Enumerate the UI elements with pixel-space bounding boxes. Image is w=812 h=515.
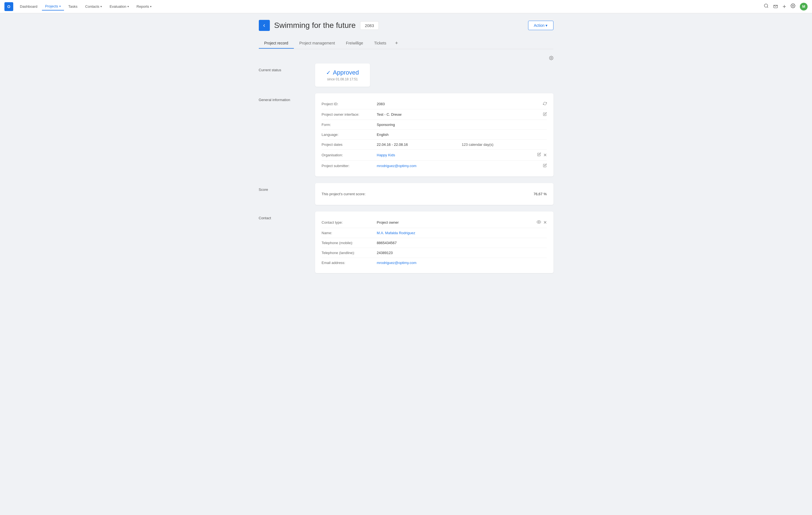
score-description: This project's current score:: [322, 192, 366, 196]
close-icon[interactable]: ✕: [543, 220, 547, 225]
info-row-submitter: Project submitter: mrodriguez@optimy.com: [322, 161, 547, 171]
general-info-content: Project ID: 2083 Project owner interface…: [315, 93, 553, 177]
info-row-owner-interface: Project owner interface: Test - C. Dreuw: [322, 109, 547, 120]
general-info-section: General information Project ID: 2083 Pro…: [259, 93, 553, 177]
score-row: This project's current score: 76,67 %: [322, 189, 547, 199]
chevron-down-icon: ▾: [59, 5, 61, 8]
edit-icon[interactable]: [537, 153, 541, 158]
edit-icon[interactable]: [543, 112, 547, 117]
action-button[interactable]: Action ▾: [528, 21, 553, 30]
status-card: ✓ Approved since 01.08.18 17:51: [315, 63, 370, 87]
navbar: O Dashboard Projects ▾ Tasks Contacts ▾ …: [0, 0, 812, 13]
tab-freiwillige[interactable]: Freiwillige: [341, 38, 369, 49]
nav-contacts[interactable]: Contacts ▾: [82, 3, 105, 10]
add-icon[interactable]: +: [782, 4, 786, 10]
nav-evaluation[interactable]: Evaluation ▾: [106, 3, 132, 10]
edit-icon[interactable]: [543, 163, 547, 168]
chevron-down-icon: ▾: [150, 5, 151, 8]
status-approved: ✓ Approved: [326, 69, 359, 76]
general-info-label: General information: [259, 93, 309, 177]
contact-section: Contact Contact type: Project owner ✕: [259, 212, 553, 273]
refresh-icon[interactable]: [543, 102, 547, 106]
info-row-project-id: Project ID: 2083: [322, 99, 547, 109]
svg-point-0: [764, 4, 767, 7]
nav-reports[interactable]: Reports ▾: [133, 3, 155, 10]
general-info-card: Project ID: 2083 Project owner interface…: [315, 93, 553, 177]
chevron-down-icon: ▾: [127, 5, 129, 8]
checkmark-icon: ✓: [326, 69, 331, 76]
main-content: ‹ Swimming for the future 2083 Action ▾ …: [254, 13, 558, 287]
page-title: Swimming for the future: [274, 21, 356, 30]
nav-dashboard[interactable]: Dashboard: [17, 3, 41, 10]
tabs: Project record Project management Freiwi…: [259, 37, 553, 49]
app-logo[interactable]: O: [4, 2, 13, 11]
view-icon[interactable]: [536, 220, 541, 225]
svg-line-1: [767, 7, 768, 7]
info-row-email: Email address: mrodriguez@optimy.com: [322, 258, 547, 268]
current-status-content: ✓ Approved since 01.08.18 17:51: [315, 63, 553, 87]
info-row-project-dates: Project dates 22.04.16 - 22.08.16 123 ca…: [322, 140, 547, 150]
chevron-down-icon: ▾: [100, 5, 102, 8]
tab-project-management[interactable]: Project management: [294, 38, 341, 49]
info-row-form: Form: Sponsoring: [322, 120, 547, 130]
gear-icon[interactable]: [549, 56, 553, 61]
info-row-tel-mobile: Telephone (mobile): 8865434567: [322, 238, 547, 248]
current-status-section: Current status ✓ Approved since 01.08.18…: [259, 63, 553, 87]
project-dates-extra: 123 calendar day(s): [462, 142, 547, 146]
page-header: ‹ Swimming for the future 2083 Action ▾: [259, 20, 553, 31]
svg-point-3: [551, 57, 552, 58]
tab-project-record[interactable]: Project record: [259, 38, 294, 49]
settings-icon[interactable]: [790, 3, 795, 10]
score-card: This project's current score: 76,67 %: [315, 183, 553, 205]
info-row-name: Name: M.A. Mafalda Rodriguez: [322, 228, 547, 238]
nav-tasks[interactable]: Tasks: [65, 3, 81, 10]
tab-add-button[interactable]: +: [392, 37, 401, 49]
status-since: since 01.08.18 17:51: [327, 77, 357, 81]
score-content: This project's current score: 76,67 %: [315, 183, 553, 205]
back-button[interactable]: ‹: [259, 20, 270, 31]
score-label: Score: [259, 183, 309, 205]
contact-content: Contact type: Project owner ✕ Name: M.A.…: [315, 212, 553, 273]
current-status-label: Current status: [259, 63, 309, 87]
status-text: Approved: [333, 69, 359, 76]
contact-label: Contact: [259, 212, 309, 273]
info-row-language: Language: English: [322, 130, 547, 140]
nav-projects[interactable]: Projects ▾: [42, 2, 64, 10]
section-settings-header: [259, 56, 553, 61]
tab-tickets[interactable]: Tickets: [369, 38, 392, 49]
score-section: Score This project's current score: 76,6…: [259, 183, 553, 205]
project-id-badge: 2083: [360, 21, 379, 30]
svg-point-4: [538, 221, 540, 222]
navbar-right: + M: [764, 3, 808, 10]
inbox-icon[interactable]: [773, 3, 778, 10]
avatar[interactable]: M: [800, 3, 808, 10]
contact-card: Contact type: Project owner ✕ Name: M.A.…: [315, 212, 553, 273]
svg-point-2: [792, 5, 794, 7]
info-row-contact-type: Contact type: Project owner ✕: [322, 217, 547, 228]
search-icon[interactable]: [764, 3, 769, 10]
info-row-tel-landline: Telephone (landline): 24389123: [322, 248, 547, 258]
chevron-left-icon: ‹: [263, 22, 265, 29]
remove-icon[interactable]: ✕: [543, 153, 547, 158]
score-value: 76,67 %: [533, 192, 547, 196]
info-row-organisation: Organisation: Happy Kids ✕: [322, 150, 547, 161]
